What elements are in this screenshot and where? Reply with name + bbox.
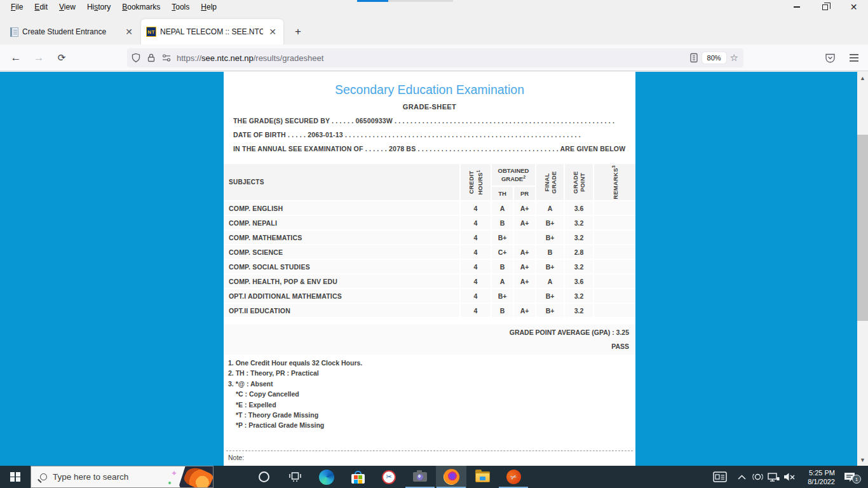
close-button[interactable]: ✕	[839, 0, 868, 14]
meet-now-icon	[752, 472, 763, 482]
page-scrollbar[interactable]: ▲ ▼	[857, 72, 868, 466]
cell-th: B	[492, 216, 513, 229]
minimize-icon	[794, 6, 800, 8]
col-credit-hours: CREDIT HOURS1	[461, 164, 491, 200]
menu-edit[interactable]: Edit	[29, 1, 53, 13]
taskbar-clock[interactable]: 5:25 PM 8/1/2022	[797, 466, 835, 488]
reader-view-icon[interactable]	[689, 53, 698, 63]
note-line: *P : Practical Grade Missing	[228, 420, 362, 430]
scissors-app-icon: ✂	[504, 468, 522, 486]
cell-pr: A+	[514, 245, 535, 259]
camera-button[interactable]	[405, 466, 435, 488]
lock-icon[interactable]	[147, 53, 156, 63]
tab-nepal-telecom[interactable]: NT NEPAL TELECOM :: SEE.NTC.NET ✕	[141, 19, 283, 44]
page-subtitle: GRADE-SHEET	[224, 103, 635, 111]
tab-title: Create Student Entrance	[22, 27, 119, 36]
snip-tool-icon: ✂	[382, 470, 396, 484]
cell-credit: 4	[461, 274, 491, 288]
news-widget-button[interactable]	[709, 466, 731, 488]
cell-credit: 4	[461, 304, 491, 317]
cell-credit: 4	[461, 201, 491, 215]
task-view-button[interactable]	[280, 466, 310, 488]
cortana-button[interactable]	[248, 466, 279, 488]
cell-remarks	[594, 260, 635, 273]
cell-remarks	[594, 289, 635, 302]
new-tab-button[interactable]: +	[289, 23, 307, 41]
zoom-level-badge[interactable]: 80%	[702, 52, 726, 64]
tab-create-student-entrance[interactable]: Create Student Entrance ✕	[5, 19, 140, 44]
cell-subject: COMP. NEPALI	[224, 216, 459, 229]
tab-close-icon[interactable]: ✕	[123, 26, 135, 37]
snip-tool-button[interactable]: ✂	[374, 466, 404, 488]
table-row: COMP. NEPALI4BA+B+3.2	[224, 216, 635, 229]
cell-point: 2.8	[565, 245, 593, 259]
taskbar-search[interactable]: Type here to search ✦	[31, 466, 214, 488]
cell-remarks	[594, 304, 635, 317]
restore-button[interactable]	[811, 0, 839, 14]
restore-icon	[822, 4, 828, 10]
cell-final: A	[536, 201, 564, 215]
shield-icon[interactable]	[131, 53, 141, 63]
window-controls: ✕	[782, 0, 868, 14]
bookmark-star-icon[interactable]: ☆	[730, 52, 738, 64]
search-placeholder: Type here to search	[53, 472, 128, 482]
page-viewport: Secondary Education Examination GRADE-SH…	[0, 72, 868, 466]
table-row: COMP. ENGLISH4AA+A3.6	[224, 201, 635, 215]
hamburger-menu-icon[interactable]	[845, 44, 863, 71]
menu-tools[interactable]: Tools	[166, 1, 195, 13]
firefox-button[interactable]	[436, 466, 466, 488]
note-line: 2. TH : Theory, PR : Practical	[228, 368, 362, 378]
url-text[interactable]: https://see.ntc.net.np/results/gradeshee…	[177, 53, 689, 63]
table-row: COMP. SOCIAL STUDIES4BA+B+3.2	[224, 260, 635, 273]
menu-view[interactable]: View	[53, 1, 81, 13]
permissions-icon[interactable]	[161, 53, 172, 63]
firefox-icon	[444, 469, 459, 485]
col-th: TH	[492, 187, 513, 200]
scroll-down-icon[interactable]: ▼	[857, 455, 868, 464]
store-button[interactable]	[342, 466, 373, 488]
tray-expand-button[interactable]	[734, 466, 749, 488]
tab-title: NEPAL TELECOM :: SEE.NTC.NET	[160, 27, 263, 36]
meet-now-button[interactable]	[750, 466, 765, 488]
start-button[interactable]	[0, 466, 31, 488]
cell-th: B	[492, 304, 513, 317]
menu-help[interactable]: Help	[195, 1, 222, 13]
cell-final: A	[536, 274, 564, 288]
clock-date: 8/1/2022	[808, 477, 835, 486]
menu-history[interactable]: History	[81, 1, 116, 13]
reload-button[interactable]: ⟳	[53, 44, 70, 71]
cell-th: A	[492, 274, 513, 288]
col-pr: PR	[514, 187, 535, 200]
scissors-app-button[interactable]: ✂	[498, 466, 529, 488]
volume-button[interactable]	[781, 466, 797, 488]
network-button[interactable]	[765, 466, 782, 488]
menu-file[interactable]: File	[5, 1, 29, 13]
top-gray-strip	[388, 0, 453, 2]
gpa-block: GRADE POINT AVERAGE (GPA) : 3.25 PASS	[224, 324, 635, 355]
file-explorer-button[interactable]	[467, 466, 498, 488]
chevron-up-icon	[738, 475, 746, 480]
minimize-button[interactable]	[782, 0, 811, 14]
cell-pr: A+	[514, 260, 535, 273]
pocket-icon[interactable]	[821, 44, 839, 71]
clock-time: 5:25 PM	[809, 468, 835, 477]
tab-bar: Create Student Entrance ✕ NT NEPAL TELEC…	[0, 14, 868, 44]
scrollbar-thumb[interactable]	[857, 135, 868, 321]
gpa-line: GRADE POINT AVERAGE (GPA) : 3.25	[510, 329, 629, 336]
cell-th: A	[492, 201, 513, 215]
menu-bookmarks[interactable]: Bookmarks	[116, 1, 166, 13]
edge-icon	[319, 470, 334, 485]
forward-button[interactable]: →	[31, 44, 47, 71]
cell-subject: COMP. HEALTH, POP & ENV EDU	[224, 274, 459, 288]
task-view-icon	[289, 472, 301, 482]
back-button[interactable]: ←	[8, 44, 24, 71]
edge-button[interactable]	[311, 466, 342, 488]
cell-subject: OPT.I ADDITIONAL MATHEMATICS	[224, 289, 459, 302]
cell-pr	[514, 289, 535, 302]
cell-subject: COMP. ENGLISH	[224, 201, 459, 215]
scroll-up-icon[interactable]: ▲	[857, 73, 868, 83]
page-favicon-icon	[10, 27, 18, 37]
tab-close-icon[interactable]: ✕	[267, 26, 278, 37]
grade-table: SUBJECTS CREDIT HOURS1 OBTAINED GRADE2 T…	[224, 164, 635, 318]
url-bar[interactable]: https://see.ntc.net.np/results/gradeshee…	[127, 48, 743, 67]
